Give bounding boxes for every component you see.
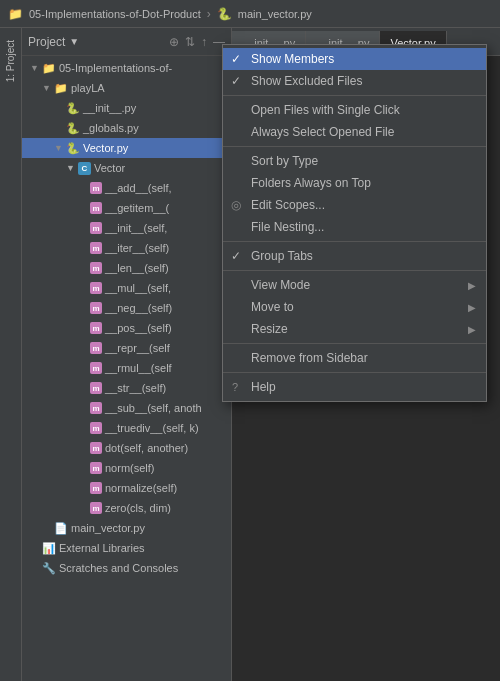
menu-item-move-to[interactable]: Move to ▶ [223, 296, 486, 318]
tree-item-vector-class[interactable]: ▼ C Vector [22, 158, 231, 178]
tree-item-add[interactable]: m __add__(self, [22, 178, 231, 198]
menu-item-file-nesting[interactable]: File Nesting... [223, 216, 486, 238]
menu-label: Group Tabs [251, 249, 313, 263]
menu-item-show-excluded[interactable]: ✓ Show Excluded Files [223, 70, 486, 92]
method-icon: m [90, 502, 102, 514]
menu-item-remove-sidebar[interactable]: Remove from Sidebar [223, 347, 486, 369]
collapse-icon[interactable]: ↑ [201, 35, 207, 49]
method-icon: m [90, 382, 102, 394]
tree-item-init[interactable]: 🐍 __init__.py [22, 98, 231, 118]
tree-item-sub[interactable]: m __sub__(self, anoth [22, 398, 231, 418]
method-icon: m [90, 482, 102, 494]
method-icon: m [90, 462, 102, 474]
tree-item-norm[interactable]: m norm(self) [22, 458, 231, 478]
method-icon: m [90, 282, 102, 294]
method-icon: m [90, 402, 102, 414]
menu-label: Edit Scopes... [251, 198, 325, 212]
method-icon: m [90, 342, 102, 354]
method-icon: m [90, 242, 102, 254]
tree-item-zero[interactable]: m zero(cls, dim) [22, 498, 231, 518]
menu-label: Open Files with Single Click [251, 103, 400, 117]
sort-icon[interactable]: ⇅ [185, 35, 195, 49]
menu-label: Help [251, 380, 276, 394]
tree-item-str[interactable]: m __str__(self) [22, 378, 231, 398]
separator [223, 343, 486, 344]
tree-item-root[interactable]: ▼ 📁 05-Implementations-of- [22, 58, 231, 78]
project-dropdown-icon[interactable]: ▼ [69, 36, 79, 47]
tree-item-vector-py[interactable]: ▼ 🐍 Vector.py [22, 138, 231, 158]
tree-item-ext-libs[interactable]: 📊 External Libraries [22, 538, 231, 558]
menu-item-sort-type[interactable]: Sort by Type [223, 150, 486, 172]
menu-label: Remove from Sidebar [251, 351, 368, 365]
title-file-name: main_vector.py [238, 8, 312, 20]
main-icon: 📄 [54, 522, 68, 535]
separator [223, 241, 486, 242]
lib-icon: 📊 [42, 542, 56, 555]
project-toolbar: Project ▼ ⊕ ⇅ ↑ — [22, 28, 231, 56]
folder-icon: 📁 [42, 62, 56, 75]
menu-item-folders-top[interactable]: Folders Always on Top [223, 172, 486, 194]
menu-item-resize[interactable]: Resize ▶ [223, 318, 486, 340]
tree-item-dot[interactable]: m dot(self, another) [22, 438, 231, 458]
tree-item-normalize[interactable]: m normalize(self) [22, 478, 231, 498]
menu-label: Always Select Opened File [251, 125, 394, 139]
submenu-arrow-icon: ▶ [468, 324, 476, 335]
project-label: Project [28, 35, 65, 49]
python-icon: 🐍 [66, 102, 80, 115]
arrow-icon: ▼ [30, 63, 42, 73]
method-icon: m [90, 302, 102, 314]
tree-item-truediv[interactable]: m __truediv__(self, k) [22, 418, 231, 438]
menu-label: Move to [251, 300, 294, 314]
menu-label: Show Members [251, 52, 334, 66]
method-icon: m [90, 422, 102, 434]
separator [223, 95, 486, 96]
file-tree: ▼ 📁 05-Implementations-of- ▼ 📁 playLA 🐍 … [22, 56, 231, 681]
tree-item-rmul[interactable]: m __rmul__(self [22, 358, 231, 378]
title-bar: 📁 05-Implementations-of-Dot-Product › 🐍 … [0, 0, 500, 28]
add-icon[interactable]: ⊕ [169, 35, 179, 49]
checkmark-icon: ✓ [231, 52, 241, 66]
tree-item-len[interactable]: m __len__(self) [22, 258, 231, 278]
class-icon: C [78, 162, 91, 175]
menu-item-group-tabs[interactable]: ✓ Group Tabs [223, 245, 486, 267]
method-icon: m [90, 202, 102, 214]
scratch-icon: 🔧 [42, 562, 56, 575]
tree-item-iter[interactable]: m __iter__(self) [22, 238, 231, 258]
tree-item-pos[interactable]: m __pos__(self) [22, 318, 231, 338]
tree-item-repr[interactable]: m __repr__(self [22, 338, 231, 358]
tree-item-init-method[interactable]: m __init__(self, [22, 218, 231, 238]
tree-item-main[interactable]: 📄 main_vector.py [22, 518, 231, 538]
context-menu: ✓ Show Members ✓ Show Excluded Files Ope… [222, 44, 487, 402]
method-icon: m [90, 322, 102, 334]
folder-icon: 📁 [54, 82, 68, 95]
folder-icon: 📁 [8, 7, 23, 21]
menu-label: Show Excluded Files [251, 74, 362, 88]
menu-label: Sort by Type [251, 154, 318, 168]
vertical-tab-label[interactable]: 1: Project [5, 40, 16, 82]
toolbar-icons: ⊕ ⇅ ↑ — [169, 35, 225, 49]
menu-item-help[interactable]: ? Help [223, 376, 486, 398]
tree-item-globals[interactable]: 🐍 _globals.py [22, 118, 231, 138]
method-icon: m [90, 182, 102, 194]
tree-item-playla[interactable]: ▼ 📁 playLA [22, 78, 231, 98]
tree-item-getitem[interactable]: m __getitem__( [22, 198, 231, 218]
vertical-tab[interactable]: 1: Project [0, 28, 22, 681]
project-panel: Project ▼ ⊕ ⇅ ↑ — ▼ 📁 05-Implementations… [22, 28, 232, 681]
checkmark-icon: ✓ [231, 74, 241, 88]
menu-item-open-single[interactable]: Open Files with Single Click [223, 99, 486, 121]
checkmark-icon: ✓ [231, 249, 241, 263]
menu-item-always-select[interactable]: Always Select Opened File [223, 121, 486, 143]
menu-item-view-mode[interactable]: View Mode ▶ [223, 274, 486, 296]
menu-item-edit-scopes[interactable]: ◎ Edit Scopes... [223, 194, 486, 216]
menu-item-show-members[interactable]: ✓ Show Members [223, 48, 486, 70]
tree-item-neg[interactable]: m __neg__(self) [22, 298, 231, 318]
python-icon: 🐍 [66, 122, 80, 135]
tree-item-mul[interactable]: m __mul__(self, [22, 278, 231, 298]
menu-label: Folders Always on Top [251, 176, 371, 190]
question-icon: ? [232, 381, 238, 393]
tree-item-scratches[interactable]: 🔧 Scratches and Consoles [22, 558, 231, 578]
python-icon: 🐍 [66, 142, 80, 155]
submenu-arrow-icon: ▶ [468, 280, 476, 291]
separator [223, 146, 486, 147]
menu-label: File Nesting... [251, 220, 324, 234]
